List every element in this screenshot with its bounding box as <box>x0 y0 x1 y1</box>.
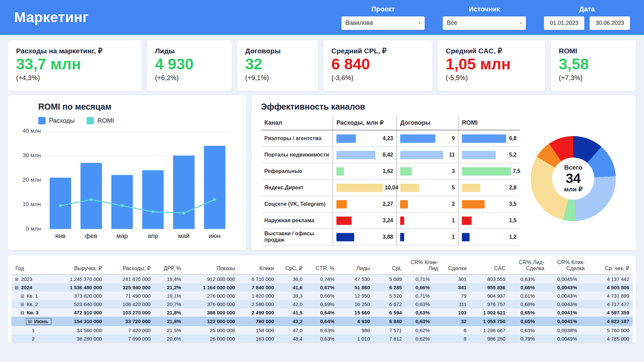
table-cell: 47 530 <box>338 275 373 283</box>
table-cell: 980 <box>338 326 373 335</box>
row-label-text: Кв. 2 <box>27 301 38 307</box>
expand-toggle-icon[interactable]: ⊞ <box>20 293 24 299</box>
table-row[interactable]: ⊞Кв. 2523 640 000108 420 00020,7%376 000… <box>11 300 633 308</box>
x-axis-label: фев <box>76 232 107 240</box>
channel-romi-bar <box>462 167 511 176</box>
channel-spend-cell: 4,23 <box>333 130 396 146</box>
filter-bar: Проект Вавилова ▾ Источник Все ▾ Дата 01… <box>341 5 630 30</box>
row-label-text: 1 <box>32 327 35 333</box>
details-header-row: ГодВыручка, ₽Расходы, ₽ДРР, %ПоказыКлики… <box>11 257 633 275</box>
app-title: Маркетинг <box>14 9 89 25</box>
row-label: 1 <box>32 327 35 333</box>
x-axis-label: мар <box>107 232 138 240</box>
table-cell: 7 840 000 <box>238 283 277 292</box>
project-select[interactable]: Вавилова ▾ <box>341 16 425 30</box>
table-cell: 108 420 000 <box>105 300 154 308</box>
table-row[interactable]: ⊟Июнь154 310 00033 720 00021,8%122 000 0… <box>11 317 633 326</box>
channel-romi-cell: 1,2 <box>458 229 520 245</box>
expand-toggle-icon[interactable]: ⊞ <box>20 302 24 307</box>
row-label-cell: ⊟Кв. 3 <box>11 308 53 317</box>
kpi-value: 32 <box>245 56 310 73</box>
channel-romi-bar <box>462 134 506 143</box>
channel-romi-cell: 6,8 <box>458 130 520 146</box>
table-row[interactable]: 134 560 0007 420 00021,5%25 000 000158 0… <box>11 326 633 335</box>
channel-row: Риэлторы / агентства4,2396,8 <box>261 130 520 147</box>
table-cell: 1 164 000 000 <box>184 283 238 292</box>
collapse-toggle-icon[interactable]: ⊟ <box>20 310 24 315</box>
channel-deals-bar <box>400 233 404 241</box>
table-cell: 79 <box>441 292 470 300</box>
channel-deals-bar <box>400 184 420 192</box>
channel-romi-value: 7,5 <box>511 168 520 174</box>
table-cell: 7 420 000 <box>105 326 154 335</box>
main-row: ROMI по месяцам Расходы ROMI 0 млн10 млн… <box>0 95 644 250</box>
y-axis-label: 30 млн <box>17 152 41 159</box>
kpi-card-leads: Лиды4 930(+6,2%) <box>147 40 232 91</box>
details-column-header: Расходы, ₽ <box>105 257 154 275</box>
table-row[interactable]: 238 280 0007 890 00020,6%26 000 000163 0… <box>11 335 633 343</box>
table-cell: 4 505 806 <box>588 283 633 292</box>
table-cell: 4 930 <box>338 317 373 326</box>
table-cell: 1 002 621 <box>470 308 509 317</box>
expand-toggle-icon[interactable]: ⊞ <box>15 277 19 282</box>
kpi-title: Договоры <box>245 47 310 55</box>
date-to-input[interactable]: 30.06.2023 <box>590 16 630 30</box>
details-column-header: Ср. чек, ₽ <box>588 257 633 275</box>
row-label: 2 <box>32 336 35 342</box>
table-cell: 7 812 <box>373 335 405 343</box>
y-axis-label: 20 млн <box>17 177 41 183</box>
y-axis-label: 40 млн <box>17 128 41 134</box>
details-column-header: ДРР, % <box>154 257 184 275</box>
channel-romi-bar <box>462 151 496 159</box>
source-select[interactable]: Все ▾ <box>443 16 526 30</box>
kpi-card-avg-cpl: Средний CPL, ₽6 840(-3,6%) <box>323 40 432 91</box>
table-cell: 0,0041% <box>548 308 588 317</box>
table-cell: 33 720 000 <box>105 317 154 326</box>
table-cell: 19,4% <box>154 275 184 283</box>
date-from-input[interactable]: 01.01.2023 <box>544 16 584 30</box>
table-cell: 6 <box>441 326 470 335</box>
channel-row: Реферальные1,6237,5 <box>261 163 520 180</box>
table-row[interactable]: ⊟Кв. 3472 910 000103 270 00021,8%388 000… <box>11 308 633 317</box>
x-axis-label: июн <box>199 232 230 240</box>
table-cell: 4 597 359 <box>588 308 633 317</box>
table-row[interactable]: ⊟20241 536 480 000325 940 00021,2%1 164 … <box>11 283 633 292</box>
channel-name: Риэлторы / агентства <box>261 130 333 146</box>
table-cell: 376 000 000 <box>184 300 238 308</box>
legend-item-expenses[interactable]: Расходы <box>38 117 74 124</box>
channel-row: Порталы недвижимости8,42115,2 <box>261 147 520 163</box>
channel-deals-bar <box>400 167 412 176</box>
y-axis-label: 0 млн <box>17 226 41 232</box>
row-label: ⊟2024 <box>15 285 32 290</box>
collapse-toggle-icon[interactable]: ⊟ <box>15 285 19 290</box>
table-cell: 388 000 000 <box>184 308 238 317</box>
kpi-delta: (+9,1%) <box>245 74 310 82</box>
table-cell: 38 280 000 <box>53 335 105 343</box>
table-cell: 39,3 <box>277 292 306 300</box>
table-cell: 241 870 000 <box>105 275 154 283</box>
donut-center: Всего 34 млн ₽ <box>552 158 594 200</box>
table-cell: 0,71% <box>405 292 441 300</box>
channel-romi-bar <box>462 217 472 225</box>
table-row[interactable]: ⊞20231 245 370 000241 870 00019,4%912 00… <box>11 275 633 283</box>
details-column-header: Год <box>11 257 53 275</box>
channel-romi-bar <box>462 200 485 208</box>
donut-wrap: Всего 34 млн ₽ <box>520 112 627 245</box>
channel-deals-cell: 3 <box>396 163 458 179</box>
app-header: Маркетинг Проект Вавилова ▾ Источник Все… <box>0 0 644 35</box>
gridline <box>45 229 230 229</box>
table-row[interactable]: ⊞Кв. 1373 820 00071 490 00019,1%276 000 … <box>11 292 633 300</box>
channel-deals-cell: 1 <box>396 213 458 229</box>
details-column-header: CpL <box>373 257 405 275</box>
channels-column-header: Расходы, млн ₽ <box>333 116 396 130</box>
details-column-header: Лиды <box>338 257 373 275</box>
collapse-toggle-icon[interactable]: ⊟ <box>28 319 32 324</box>
details-pivot-table: ГодВыручка, ₽Расходы, ₽ДРР, %ПоказыКлики… <box>11 257 633 343</box>
channel-romi-cell: 2,8 <box>458 180 520 196</box>
table-cell: 4 822 187 <box>588 317 633 326</box>
legend-item-romi[interactable]: ROMI <box>87 117 114 124</box>
channel-deals-value: 2 <box>450 201 455 207</box>
details-column-header: Сделки <box>441 257 470 275</box>
donut-center-label: Всего <box>564 164 582 171</box>
spend-donut-chart: Всего 34 млн ₽ <box>531 136 616 221</box>
